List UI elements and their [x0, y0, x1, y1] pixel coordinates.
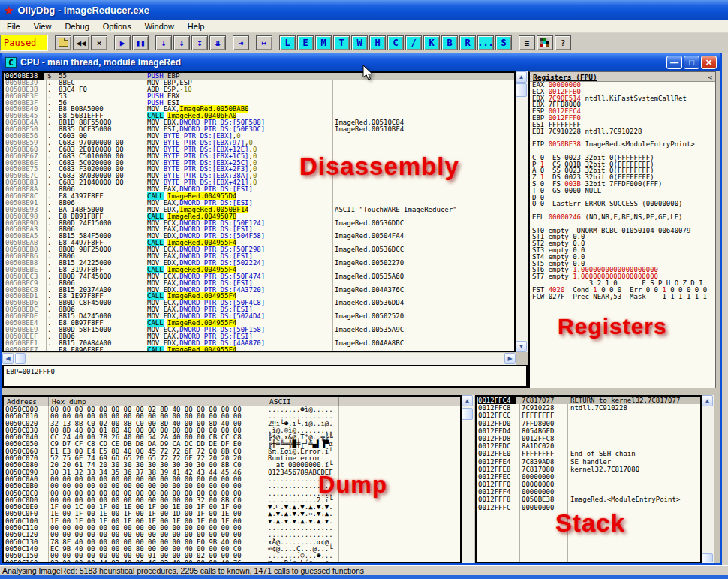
scroll-down-icon[interactable]: ▼: [516, 341, 527, 352]
stack-vscrollbar[interactable]: ▲: [702, 395, 714, 563]
animate-into-button[interactable]: ↧: [191, 35, 208, 50]
scroll-up-icon[interactable]: ▲: [702, 395, 713, 406]
menu-item-window[interactable]: Window: [138, 21, 181, 32]
cpu-maximize-button[interactable]: □: [684, 56, 699, 69]
cpu-minimize-button[interactable]: —: [666, 56, 682, 69]
ollydbg-app-icon: ★: [4, 4, 14, 17]
instruction-text: CALL ImageRed.004955F4: [147, 347, 236, 352]
window-title: OllyDbg - ImageReducer.exe: [17, 5, 149, 16]
execute-till-user-button[interactable]: ↦: [256, 35, 272, 50]
disassembly-row[interactable]: 0050BED6.8B0D C8F45000MOV ECX,DWORD PTR …: [4, 300, 514, 306]
disassembly-row[interactable]: 0050BEC3.8B0D 74F45000MOV ECX,DWORD PTR …: [4, 273, 514, 280]
stack-row[interactable]: 0012FFC47C817077RETURN to kernel32.7C817…: [477, 397, 700, 404]
disassembly-row[interactable]: 0050BE3E.53PUSH EBX: [4, 93, 514, 100]
disassembly-row[interactable]: 0050BE38$55PUSH EBP: [4, 73, 514, 80]
pane-splitter[interactable]: [2, 388, 716, 395]
run-button[interactable]: ▶: [114, 35, 131, 50]
scroll-up-icon[interactable]: ▲: [516, 71, 527, 83]
menu-item-file[interactable]: File: [0, 21, 27, 32]
stack-pane[interactable]: 0012FFC47C817077RETURN to kernel32.7C817…: [475, 395, 702, 563]
view-button-m[interactable]: M: [315, 35, 332, 50]
menu-item-options[interactable]: Options: [96, 21, 138, 32]
dump-pane[interactable]: Address Hex dump ASCII 0050C00000 00 00 …: [2, 395, 462, 563]
disassembly-hscrollbar[interactable]: ◀ ▶: [2, 353, 516, 365]
stack-row[interactable]: 0012FFF80050BE38ImageRed.<ModuleEntryPoi…: [477, 496, 700, 503]
disassembly-row[interactable]: 0050BE3B.83C4 F0ADD ESP,-10: [4, 86, 514, 93]
register-line: ST0 empty -UNORM BCBC 01050104 00640079: [530, 228, 715, 234]
cpu-titlebar[interactable]: C CPU - main thread, module ImageRed — □…: [2, 53, 720, 71]
scroll-right-icon[interactable]: ▶: [504, 353, 516, 364]
dump-vscrollbar[interactable]: ▲: [462, 395, 474, 563]
stack-value: 00000000: [522, 481, 554, 488]
disassembly-row[interactable]: 0050BE9D.8B0D 24F15000MOV ECX,DWORD PTR …: [4, 220, 514, 227]
disassembly-row[interactable]: 0050BEB0.8B0D 98F25000MOV ECX,DWORD PTR …: [4, 246, 514, 253]
disassembly-pane[interactable]: 0050BE38$55PUSH EBP0050BE39.8BECMOV EBP,…: [2, 71, 516, 352]
appearance-icon[interactable]: [537, 35, 553, 50]
register-line: D 0: [530, 195, 715, 201]
view-button-b[interactable]: B: [441, 35, 458, 50]
stack-value: 0050BE38: [522, 496, 554, 503]
stack-address: 0012FFFC: [478, 504, 516, 511]
annotation-registers: Registers: [558, 314, 667, 339]
stack-row[interactable]: 0012FFD07FFD8000: [477, 420, 700, 427]
disassembly-row[interactable]: 0050BEF7.E8 F896F8FFCALL ImageRed.004955…: [4, 347, 514, 352]
view-button-slash[interactable]: /: [405, 35, 422, 50]
step-into-button[interactable]: ↓: [155, 35, 172, 50]
stack-row[interactable]: 0012FFF400000000: [477, 488, 700, 496]
stack-value: 0012FFC8: [522, 435, 554, 442]
stack-row[interactable]: 0012FFEC00000000: [477, 473, 700, 481]
stack-row[interactable]: 0012FFE87C817080kernel32.7C817080: [477, 466, 700, 473]
stack-row[interactable]: 0012FFDC8A1DC020: [477, 442, 700, 450]
menu-item-debug[interactable]: Debug: [58, 21, 95, 32]
close-program-button[interactable]: ×: [91, 35, 107, 50]
main-titlebar[interactable]: ★ OllyDbg - ImageReducer.exe: [0, 0, 728, 20]
windows-list-icon[interactable]: ≡: [519, 35, 535, 50]
stack-row[interactable]: 0012FFE0FFFFFFFFEnd of SEH chain: [477, 450, 700, 457]
dump-row[interactable]: 0050C16003 00 00 00 44 82 40 00 4C 82 40…: [4, 560, 460, 563]
scroll-left-icon[interactable]: ◀: [2, 353, 14, 364]
disassembly-row[interactable]: 0050BEE9.8B0D 58F15000MOV ECX,DWORD PTR …: [4, 327, 514, 333]
disassembly-vscrollbar[interactable]: ▲ ▼: [516, 71, 528, 352]
view-button-k[interactable]: K: [423, 35, 440, 50]
cpu-close-button[interactable]: ✕: [701, 56, 717, 69]
view-button-c[interactable]: C: [387, 35, 404, 50]
pause-button[interactable]: ▮▮: [132, 35, 149, 50]
stack-value: 7FFD8000: [522, 420, 554, 427]
stack-row[interactable]: 0012FFF000000000: [477, 481, 700, 488]
open-file-button[interactable]: [55, 35, 71, 50]
stack-row[interactable]: 0012FFD80012FFC8: [477, 435, 700, 442]
menu-item-view[interactable]: View: [27, 21, 59, 32]
disassembly-row[interactable]: 0050BE8C.E8 4397F8FFCALL ImageRed.004955…: [4, 193, 514, 200]
register-line: A 0 SS 0023 32bit 0(FFFFFFFF): [530, 167, 715, 174]
menu-item-help[interactable]: Help: [181, 21, 212, 32]
status-text: Analysing ImageRed: 5183 heuristical pro…: [2, 566, 364, 575]
stack-row[interactable]: 0012FFCCFFFFFFFF: [477, 412, 700, 419]
stack-value: 7C910228: [522, 404, 554, 412]
animate-over-button[interactable]: ⇊: [209, 35, 226, 50]
view-button-h[interactable]: H: [369, 35, 386, 50]
restart-button[interactable]: ◀◀: [73, 35, 89, 50]
view-button-r[interactable]: R: [459, 35, 476, 50]
stack-row[interactable]: 0012FFE47C839AD8SE handler: [477, 458, 700, 466]
registers-collapse-button[interactable]: <: [708, 73, 712, 80]
help-button[interactable]: ?: [555, 35, 571, 50]
view-button-t[interactable]: T: [333, 35, 350, 50]
instruction-address: 0050BEF7: [5, 347, 44, 352]
view-button-w[interactable]: W: [351, 35, 368, 50]
scroll-up-icon[interactable]: ▲: [462, 395, 473, 406]
annotation-stack: Stack: [555, 509, 625, 538]
stack-row[interactable]: 0012FFC87C910228ntdll.7C910228: [477, 404, 700, 412]
stack-row[interactable]: 0012FFD48054B6ED: [477, 427, 700, 435]
view-button-l[interactable]: L: [279, 35, 296, 50]
step-over-button[interactable]: ⇓: [173, 35, 190, 50]
execute-till-return-button[interactable]: ⇥: [233, 35, 249, 50]
view-button-...[interactable]: ...: [477, 35, 494, 50]
instruction-comment: ImageRed.00536DCC: [335, 246, 404, 253]
instruction-comment: ImageRed.00536DD4: [335, 300, 404, 306]
view-button-e[interactable]: E: [297, 35, 314, 50]
status-paused-box: Paused: [0, 35, 48, 51]
registers-pane[interactable]: Registers (FPU) < EAX 00000000ECX 0012FF…: [528, 71, 716, 390]
stack-address: 0012FFD8: [478, 435, 516, 442]
instruction-comment: ImageRed.004AA8BC: [335, 340, 404, 347]
view-button-s[interactable]: S: [495, 35, 512, 50]
